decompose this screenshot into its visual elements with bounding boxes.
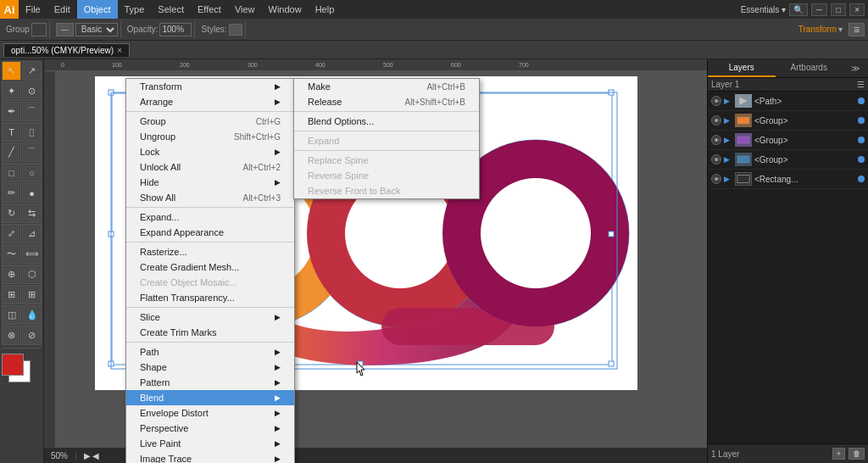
mesh-tool[interactable]: ⊞ [22, 285, 42, 304]
menu-item-transform[interactable]: Transform▶ [126, 79, 294, 94]
arc-tool[interactable]: ⌒ [22, 142, 42, 162]
blend-release[interactable]: ReleaseAlt+Shift+Ctrl+B [294, 94, 479, 109]
menu-item-shape[interactable]: Shape▶ [126, 360, 294, 375]
menu-item-trim-marks[interactable]: Create Trim Marks [126, 325, 294, 340]
menu-type[interactable]: Type [118, 0, 152, 19]
layers-tab[interactable]: Layers [708, 59, 776, 77]
menu-item-group[interactable]: GroupCtrl+G [126, 114, 294, 129]
menu-select[interactable]: Select [151, 0, 191, 19]
layer-eye-group3[interactable]: 👁 [711, 154, 721, 165]
menu-help[interactable]: Help [309, 0, 342, 19]
layer-item-path[interactable]: 👁 ▶ <Path> [708, 92, 868, 111]
group-input[interactable] [31, 23, 47, 36]
menu-item-slice[interactable]: Slice▶ [126, 310, 294, 325]
shape-builder-tool[interactable]: ⊕ [2, 265, 21, 284]
blend-options[interactable]: Blend Options... [294, 114, 479, 129]
menu-item-expand[interactable]: Expand... [126, 209, 294, 225]
layer-expand-path[interactable]: ▶ [724, 97, 732, 105]
layer-item-group1[interactable]: 👁 ▶ <Group> [708, 111, 868, 131]
menu-item-envelope-distort[interactable]: Envelope Distort▶ [126, 405, 294, 421]
shear-tool[interactable]: ⊿ [22, 224, 42, 243]
blend-make[interactable]: MakeAlt+Ctrl+B [294, 79, 479, 94]
live-paint-bucket[interactable]: ⬡ [22, 265, 42, 284]
menu-item-perspective[interactable]: Perspective▶ [126, 421, 294, 436]
eraser-tool[interactable]: ⊘ [22, 326, 42, 345]
menu-item-show-all[interactable]: Show AllAlt+Ctrl+3 [126, 190, 294, 205]
document-tab[interactable]: opti...50% (CMYK/Preview) × [3, 43, 130, 57]
lasso-tool[interactable]: ⊙ [22, 81, 42, 101]
layers-options-btn[interactable]: ☰ [857, 80, 865, 89]
blend-tool[interactable]: ⊗ [2, 326, 21, 345]
curvature-tool[interactable]: ⌒ [22, 102, 42, 121]
window-maximize[interactable]: □ [831, 3, 846, 16]
type-tool[interactable]: T [2, 122, 21, 142]
warp-tool[interactable]: 〜 [2, 244, 21, 264]
menu-item-blend[interactable]: Blend▶ [126, 390, 294, 405]
layer-eye-rect[interactable]: 👁 [711, 174, 721, 184]
ellipse-tool[interactable]: ○ [22, 163, 42, 182]
delete-layer-btn[interactable]: 🗑 [849, 448, 865, 460]
menu-item-path[interactable]: Path▶ [126, 344, 294, 360]
layers-list: 👁 ▶ <Path> 👁 ▶ <Group> [708, 92, 868, 443]
window-close[interactable]: × [849, 3, 865, 16]
menu-object[interactable]: Object [77, 0, 118, 19]
menu-item-gradient-mesh[interactable]: Create Gradient Mesh... [126, 259, 294, 275]
menu-item-flatten-transparency[interactable]: Flatten Transparency... [126, 290, 294, 305]
menu-effect[interactable]: Effect [191, 0, 228, 19]
scale-tool[interactable]: ⤢ [2, 224, 21, 243]
add-layer-btn[interactable]: + [832, 448, 845, 460]
gradient-tool[interactable]: ◫ [2, 305, 21, 325]
width-tool[interactable]: ⟺ [22, 244, 42, 264]
layer-eye-group2[interactable]: 👁 [711, 135, 721, 145]
layer-expand-group2[interactable]: ▶ [724, 136, 732, 144]
rect-tool[interactable]: □ [2, 163, 21, 182]
stroke-color-fg[interactable] [2, 354, 24, 376]
menu-item-lock[interactable]: Lock▶ [126, 144, 294, 159]
menu-item-image-trace[interactable]: Image Trace▶ [126, 451, 294, 463]
panels-collapse-btn[interactable]: ≫ [843, 59, 868, 77]
eyedropper-tool[interactable]: 💧 [22, 305, 42, 325]
menu-view[interactable]: View [228, 0, 262, 19]
layer-eye-group1[interactable]: 👁 [711, 115, 721, 126]
stroke-btn[interactable]: — [56, 23, 74, 36]
layer-expand-group3[interactable]: ▶ [724, 155, 732, 164]
pen-tool[interactable]: ✒ [2, 102, 21, 121]
menu-window[interactable]: Window [262, 0, 309, 19]
menu-item-expand-appearance[interactable]: Expand Appearance [126, 225, 294, 240]
brush-tool[interactable]: ✏ [2, 183, 21, 203]
magic-wand-tool[interactable]: ✦ [2, 81, 21, 101]
svg-rect-27 [609, 361, 614, 366]
type-area-tool[interactable]: ⌷ [22, 122, 42, 142]
menu-item-unlock-all[interactable]: Unlock AllAlt+Ctrl+2 [126, 159, 294, 175]
menu-item-hide[interactable]: Hide▶ [126, 175, 294, 190]
canvas-area[interactable]: 0 100 200 300 400 500 600 700 [44, 59, 707, 463]
blob-brush-tool[interactable]: ● [22, 183, 42, 203]
window-minimize[interactable]: ─ [811, 3, 827, 16]
direct-selection-tool[interactable]: ↗ [22, 61, 42, 81]
opacity-input[interactable] [159, 23, 192, 36]
menu-item-ungroup[interactable]: UngroupShift+Ctrl+G [126, 129, 294, 144]
line-tool[interactable]: ╱ [2, 142, 21, 162]
layer-item-group2[interactable]: 👁 ▶ <Group> [708, 131, 868, 150]
menu-item-live-paint[interactable]: Live Paint▶ [126, 436, 294, 451]
layer-expand-group1[interactable]: ▶ [724, 116, 732, 125]
selection-tool[interactable]: ↖ [2, 61, 21, 81]
panel-toggle-btn[interactable]: ≡ [849, 23, 865, 36]
styles-swatch[interactable] [229, 24, 242, 36]
layer-expand-rect[interactable]: ▶ [724, 175, 732, 183]
artboards-tab[interactable]: Artboards [776, 59, 843, 77]
perspective-grid-tool[interactable]: ⊞ [2, 285, 21, 304]
menu-item-rasterize[interactable]: Rasterize... [126, 244, 294, 259]
rotate-tool[interactable]: ↻ [2, 204, 21, 223]
layer-eye-path[interactable]: 👁 [711, 96, 721, 106]
layer-item-rect[interactable]: 👁 ▶ <Rectang... [708, 170, 868, 189]
search-icon[interactable]: 🔍 [789, 3, 808, 16]
tab-close[interactable]: × [117, 46, 122, 55]
menu-file[interactable]: File [19, 0, 47, 19]
menu-item-arrange[interactable]: Arrange▶ [126, 94, 294, 109]
menu-item-pattern[interactable]: Pattern▶ [126, 375, 294, 390]
layer-item-group3[interactable]: 👁 ▶ <Group> [708, 150, 868, 170]
stroke-select[interactable]: Basic [75, 23, 118, 36]
reflect-tool[interactable]: ⇆ [22, 204, 42, 223]
menu-edit[interactable]: Edit [47, 0, 77, 19]
